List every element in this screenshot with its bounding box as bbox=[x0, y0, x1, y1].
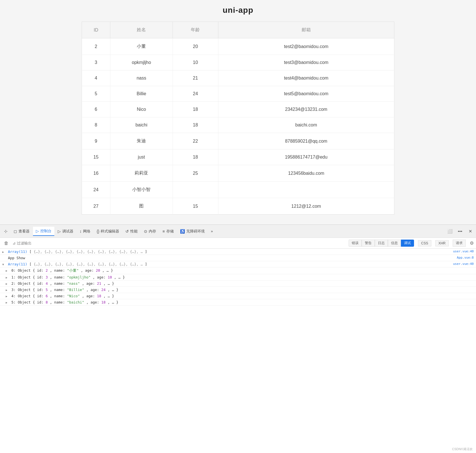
expand-icon[interactable]: ▶ bbox=[6, 288, 10, 292]
tab-performance-label: 性能 bbox=[130, 229, 138, 234]
cell-id: 3 bbox=[82, 55, 110, 70]
console-line: ▶ 0: Object { id: 2 , name: "小董" , age: … bbox=[0, 267, 476, 274]
app-container: uni-app ID 姓名 年龄 邮箱 2小董20test2@baomidou.… bbox=[0, 0, 476, 225]
tab-debugger-label: 调试器 bbox=[62, 229, 73, 234]
accessibility-icon: ♿ bbox=[180, 229, 185, 234]
console-text: 4: Object { id: 6 , name: "Nico" , age: … bbox=[11, 294, 470, 298]
devtools-panel: ⊹ ◻ 查看器 ▷ 控制台 ▷ 调试器 ↕ 网络 {} 样式编辑器 ↺ 性能 ⊙… bbox=[0, 225, 476, 453]
tab-network[interactable]: ↕ 网络 bbox=[77, 227, 93, 236]
cell-id: 4 bbox=[82, 70, 110, 86]
log-level-debug[interactable]: 调试 bbox=[401, 240, 414, 247]
console-text: 3: Object { id: 5 , name: "Billie" , age… bbox=[11, 288, 470, 292]
table-row: 4nass21test4@baomidou.com bbox=[82, 70, 394, 86]
col-header-name: 姓名 bbox=[110, 22, 173, 38]
filter-icon: ⊿ 过滤输出 bbox=[13, 241, 32, 246]
cell-name: Billie bbox=[110, 86, 173, 102]
console-source[interactable]: user.vue:40 bbox=[450, 262, 474, 266]
expand-icon[interactable]: ▶ bbox=[2, 250, 7, 253]
debugger-icon: ▷ bbox=[58, 229, 61, 234]
cell-name: Nico bbox=[110, 102, 173, 117]
console-line: ▶ 5: Object { id: 8 , name: "baichi" , a… bbox=[0, 299, 476, 306]
tab-accessibility[interactable]: ♿ 无障碍环境 bbox=[177, 227, 208, 236]
tab-memory[interactable]: ⊙ 内存 bbox=[141, 227, 159, 236]
expand-icon[interactable]: ▶ bbox=[6, 295, 10, 298]
tab-accessibility-label: 无障碍环境 bbox=[186, 229, 205, 234]
log-format-xhr[interactable]: XHR bbox=[435, 240, 449, 246]
console-settings-icon[interactable]: ⚙ bbox=[470, 240, 474, 246]
close-devtools-btn[interactable]: ✕ bbox=[466, 227, 475, 236]
cell-name: 朱迪 bbox=[110, 133, 173, 149]
more-options-btn[interactable]: ••• bbox=[456, 227, 465, 236]
cell-age: 18 bbox=[173, 117, 218, 133]
table-row: 6Nico18234234@13231.com bbox=[82, 102, 394, 117]
responsive-mode-btn[interactable]: ⬜ bbox=[445, 227, 454, 236]
tab-performance[interactable]: ↺ 性能 bbox=[123, 227, 140, 236]
cell-email: 123456baidu.com bbox=[218, 165, 394, 182]
cell-email: 878859021@qq.com bbox=[218, 133, 394, 149]
cell-age: 10 bbox=[173, 55, 218, 70]
tab-styles[interactable]: {} 样式编辑器 bbox=[94, 227, 122, 236]
console-line: ▶ 1: Object { id: 3 , name: "opkmjljho" … bbox=[0, 274, 476, 280]
cell-age bbox=[173, 182, 218, 198]
table-header-row: ID 姓名 年龄 邮箱 bbox=[82, 22, 394, 38]
console-text: 1: Object { id: 3 , name: "opkmjljho" , … bbox=[11, 275, 470, 279]
cell-email: test3@baomidou.com bbox=[218, 55, 394, 70]
cell-id: 24 bbox=[82, 182, 110, 198]
console-text: Array(11) [ {…}, {…}, {…}, {…}, {…}, {…}… bbox=[8, 262, 450, 266]
console-source[interactable]: App.vue:8 bbox=[453, 256, 474, 259]
log-level-log[interactable]: 日志 bbox=[375, 240, 388, 247]
cell-email: test4@baomidou.com bbox=[218, 70, 394, 86]
log-level-info[interactable]: 信息 bbox=[388, 240, 401, 247]
expand-icon[interactable]: ▼ bbox=[2, 263, 7, 266]
table-body: 2小董20test2@baomidou.com3opkmjljho10test3… bbox=[82, 38, 394, 215]
cell-email: test5@baomidou.com bbox=[218, 86, 394, 102]
cell-id: 5 bbox=[82, 86, 110, 102]
tab-storage[interactable]: ≡ 存储 bbox=[160, 227, 176, 236]
table-row: 2小董20test2@baomidou.com bbox=[82, 38, 394, 55]
cell-age: 22 bbox=[173, 133, 218, 149]
col-header-email: 邮箱 bbox=[218, 22, 394, 38]
tab-console[interactable]: ▷ 控制台 bbox=[33, 227, 54, 236]
tab-console-label: 控制台 bbox=[40, 228, 51, 234]
cell-age: 15 bbox=[173, 198, 218, 215]
network-icon: ↕ bbox=[80, 229, 82, 234]
tab-memory-label: 内存 bbox=[149, 229, 156, 234]
cell-name: 图 bbox=[110, 198, 173, 215]
cell-id: 16 bbox=[82, 165, 110, 182]
expand-icon[interactable]: ▶ bbox=[6, 282, 10, 285]
expand-icon[interactable]: ▶ bbox=[6, 269, 10, 272]
console-text: App Show bbox=[8, 256, 453, 260]
tab-styles-label: 样式编辑器 bbox=[101, 229, 119, 234]
clear-console-btn[interactable]: 🗑 bbox=[2, 239, 10, 247]
tab-more[interactable]: » bbox=[208, 227, 216, 236]
cell-id: 27 bbox=[82, 198, 110, 215]
inspector-icon: ◻ bbox=[14, 229, 17, 234]
cell-id: 6 bbox=[82, 102, 110, 117]
console-icon: ▷ bbox=[36, 229, 39, 233]
performance-icon: ↺ bbox=[125, 229, 129, 234]
expand-icon[interactable]: ▶ bbox=[6, 301, 10, 304]
log-format-css[interactable]: CSS bbox=[418, 240, 431, 246]
devtools-cursor-btn[interactable]: ⊹ bbox=[1, 227, 10, 236]
console-line: App Show App.vue:8 bbox=[0, 255, 476, 261]
table-row: 27图151212@12.com bbox=[82, 198, 394, 215]
devtools-tab-bar: ⊹ ◻ 查看器 ▷ 控制台 ▷ 调试器 ↕ 网络 {} 样式编辑器 ↺ 性能 ⊙… bbox=[0, 225, 476, 238]
col-header-age: 年龄 bbox=[173, 22, 218, 38]
filter-bar: 🗑 ⊿ 过滤输出 错误 警告 日志 信息 调试 CSS XHR 请求 ⚙ bbox=[0, 238, 476, 249]
tab-inspector[interactable]: ◻ 查看器 bbox=[11, 227, 32, 236]
tab-debugger[interactable]: ▷ 调试器 bbox=[55, 227, 76, 236]
log-format-requests[interactable]: 请求 bbox=[453, 240, 466, 247]
console-line: ▶ 2: Object { id: 4 , name: "nass" , age… bbox=[0, 280, 476, 287]
cell-name: 小董 bbox=[110, 38, 173, 55]
console-source[interactable]: user.vue:40 bbox=[450, 250, 474, 253]
expand-icon[interactable]: ▶ bbox=[6, 276, 10, 279]
filter-input[interactable] bbox=[34, 241, 346, 245]
console-output[interactable]: ▶ Array(11) [ {…}, {…}, {…}, {…}, {…}, {… bbox=[0, 249, 476, 453]
storage-icon: ≡ bbox=[162, 229, 165, 234]
watermark: CSDN©浠渃农 bbox=[452, 447, 473, 451]
table-row: 24小智小智 bbox=[82, 182, 394, 198]
log-level-error[interactable]: 错误 bbox=[349, 240, 362, 247]
log-level-warning[interactable]: 警告 bbox=[362, 240, 375, 247]
cell-email: baichi.com bbox=[218, 117, 394, 133]
cell-email: 234234@13231.com bbox=[218, 102, 394, 117]
